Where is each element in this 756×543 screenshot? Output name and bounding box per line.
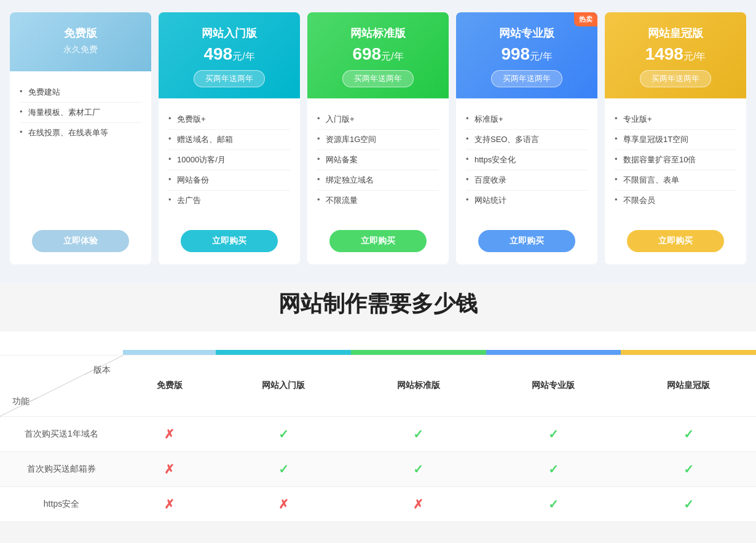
version-function-row: 版本 功能 免费版 网站入门版 网站标准版 网站专业版 网站皇冠版 <box>0 355 756 416</box>
plan-feature: 不限流量 <box>317 191 439 210</box>
big-title-section: 网站制作需要多少钱 <box>0 283 756 331</box>
plan-card-standard: 网站标准版698元/年买两年送两年入门版+资源库1G空间网站备案绑定独立域名不限… <box>307 12 449 264</box>
comparison-row: 首次购买送邮箱券✗✓✓✓✓ <box>0 451 756 486</box>
plan-cta-free: 立即体验 <box>10 221 151 264</box>
plan-feature: 免费建站 <box>20 82 141 103</box>
plan-header-pro: 热卖网站专业版998元/年买两年送两年 <box>456 12 597 98</box>
check-icon: ✓ <box>548 462 559 476</box>
plan-price-pro: 998元/年 <box>462 44 591 64</box>
plan-body-crown: 专业版+尊享皇冠级1T空间数据容量扩容至10倍不限留言、表单不限会员 <box>605 98 746 221</box>
plan-header-standard: 网站标准版698元/年买两年送两年 <box>307 12 449 98</box>
comparison-row: https安全✗✗✗✓✓ <box>0 486 756 521</box>
plan-feature: 海量模板、素材工厂 <box>20 103 141 123</box>
col-header-pro: 网站专业版 <box>486 355 621 416</box>
plan-offer-entry: 买两年送两年 <box>194 70 265 87</box>
bar-crown <box>621 350 756 355</box>
check-cell: ✓ <box>486 416 621 451</box>
cta-btn-pro[interactable]: 立即购买 <box>478 230 575 252</box>
plan-feature: 10000访客/月 <box>168 150 290 170</box>
color-bar-row <box>0 350 756 355</box>
plan-body-pro: 标准版+支持SEO、多语言https安全化百度收录网站统计 <box>456 98 597 221</box>
plan-header-crown: 网站皇冠版1498元/年买两年送两年 <box>605 12 746 98</box>
pricing-section: 免费版永久免费免费建站海量模板、素材工厂在线投票、在线表单等 立即体验 网站入门… <box>0 0 756 283</box>
plan-feature: 支持SEO、多语言 <box>466 130 588 150</box>
x-icon: ✗ <box>164 497 175 511</box>
plan-feature: 在线投票、在线表单等 <box>20 123 141 143</box>
check-icon: ✓ <box>548 427 559 441</box>
plan-cta-pro: 立即购买 <box>456 221 597 264</box>
plan-cta-standard: 立即购买 <box>307 221 449 264</box>
check-cell: ✓ <box>486 451 621 486</box>
check-icon: ✓ <box>413 427 423 441</box>
check-icon: ✓ <box>683 462 694 476</box>
check-icon: ✓ <box>548 497 559 511</box>
plan-body-entry: 免费版+赠送域名、邮箱10000访客/月网站备份去广告 <box>159 98 300 221</box>
cta-btn-entry[interactable]: 立即购买 <box>181 230 278 252</box>
plan-feature: 资源库1G空间 <box>317 130 439 150</box>
plan-feature: 去广告 <box>168 191 290 210</box>
check-icon: ✓ <box>413 462 423 476</box>
check-cell: ✓ <box>216 416 351 451</box>
plan-feature: 免费版+ <box>168 109 290 130</box>
x-cell: ✗ <box>123 486 216 521</box>
x-icon: ✗ <box>413 497 423 511</box>
plan-card-entry: 网站入门版498元/年买两年送两年免费版+赠送域名、邮箱10000访客/月网站备… <box>159 12 300 264</box>
plan-card-pro: 热卖网站专业版998元/年买两年送两年标准版+支持SEO、多语言https安全化… <box>456 12 597 264</box>
plan-feature: 专业版+ <box>615 109 736 130</box>
plan-subtitle-free: 永久免费 <box>16 44 145 55</box>
function-label: 功能 <box>12 396 30 407</box>
plan-offer-standard: 买两年送两年 <box>342 70 414 87</box>
plan-offer-crown: 买两年送两年 <box>640 70 711 87</box>
check-cell: ✓ <box>216 451 351 486</box>
comparison-table: 版本 功能 免费版 网站入门版 网站标准版 网站专业版 网站皇冠版 首次购买送1… <box>0 350 756 522</box>
plan-feature: 不限留言、表单 <box>615 170 736 191</box>
check-icon: ✓ <box>278 427 289 441</box>
diagonal-header-cell: 版本 功能 <box>0 355 123 416</box>
col-header-crown: 网站皇冠版 <box>621 355 756 416</box>
plan-feature: 标准版+ <box>466 109 588 130</box>
plan-feature: 入门版+ <box>317 109 439 130</box>
plan-cta-crown: 立即购买 <box>605 221 746 264</box>
check-cell: ✓ <box>621 451 756 486</box>
bar-standard <box>351 350 486 355</box>
x-cell: ✗ <box>123 416 216 451</box>
cta-btn-standard[interactable]: 立即购买 <box>329 230 427 252</box>
bar-pro <box>486 350 621 355</box>
plan-name-entry: 网站入门版 <box>165 26 294 41</box>
plan-price-entry: 498元/年 <box>165 44 294 64</box>
plan-feature: 赠送域名、邮箱 <box>168 130 290 150</box>
check-cell: ✓ <box>351 416 486 451</box>
plan-feature: 网站备份 <box>168 170 290 191</box>
cta-btn-crown[interactable]: 立即购买 <box>627 230 724 252</box>
plan-cta-entry: 立即购买 <box>159 221 300 264</box>
plan-name-free: 免费版 <box>16 26 145 41</box>
cta-btn-free[interactable]: 立即体验 <box>32 230 129 252</box>
check-cell: ✓ <box>486 486 621 521</box>
plan-feature: 百度收录 <box>466 170 588 191</box>
feature-label: 首次购买送1年域名 <box>0 416 123 451</box>
page-title: 网站制作需要多少钱 <box>0 289 756 319</box>
check-cell: ✓ <box>621 486 756 521</box>
comparison-row: 首次购买送1年域名✗✓✓✓✓ <box>0 416 756 451</box>
plan-body-free: 免费建站海量模板、素材工厂在线投票、在线表单等 <box>10 71 151 221</box>
plan-body-standard: 入门版+资源库1G空间网站备案绑定独立域名不限流量 <box>307 98 449 221</box>
check-cell: ✓ <box>351 451 486 486</box>
col-header-entry: 网站入门版 <box>216 355 351 416</box>
x-cell: ✗ <box>351 486 486 521</box>
plan-feature: 数据容量扩容至10倍 <box>615 150 736 170</box>
plan-card-crown: 网站皇冠版1498元/年买两年送两年专业版+尊享皇冠级1T空间数据容量扩容至10… <box>605 12 746 264</box>
plan-header-entry: 网站入门版498元/年买两年送两年 <box>159 12 300 98</box>
plan-feature: 尊享皇冠级1T空间 <box>615 130 736 150</box>
plan-feature: 不限会员 <box>615 191 736 210</box>
check-icon: ✓ <box>683 427 694 441</box>
bar-empty <box>0 350 123 355</box>
check-cell: ✓ <box>621 416 756 451</box>
plan-feature: 绑定独立域名 <box>317 170 439 191</box>
bar-entry <box>216 350 351 355</box>
check-icon: ✓ <box>278 462 289 476</box>
feature-label: 首次购买送邮箱券 <box>0 451 123 486</box>
version-label: 版本 <box>93 365 111 376</box>
plan-price-crown: 1498元/年 <box>611 44 740 64</box>
plan-feature: 网站统计 <box>466 191 588 210</box>
plan-name-standard: 网站标准版 <box>313 26 443 41</box>
